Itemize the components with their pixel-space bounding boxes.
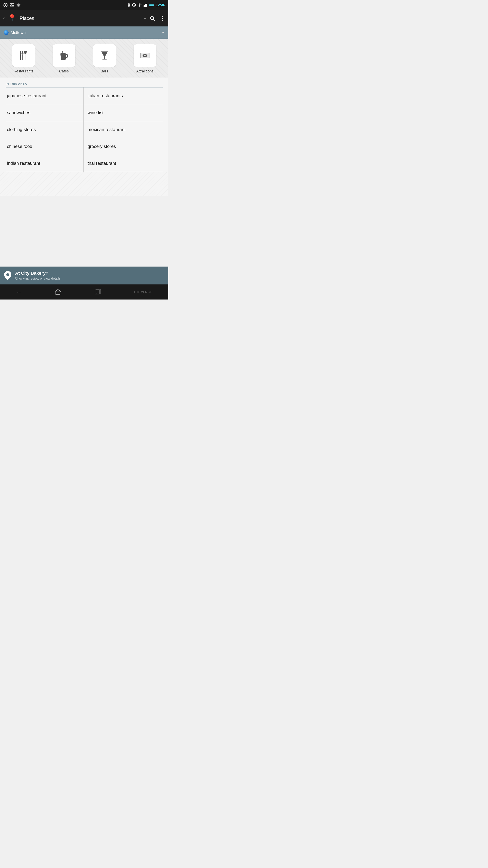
nav-bar: ← THE VERGE [0, 284, 168, 300]
svg-rect-15 [153, 4, 154, 6]
svg-point-20 [162, 16, 163, 17]
category-cafes[interactable]: Cafes [53, 44, 75, 73]
area-row-2: clothing stores mexican restaurant [6, 121, 163, 138]
cafes-label: Cafes [59, 69, 69, 73]
categories-grid: Restaurants Cafes [0, 39, 168, 78]
bar-icon [99, 50, 110, 61]
area-row-1: sandwiches wine list [6, 104, 163, 121]
nav-recents-icon[interactable] [94, 289, 101, 295]
wifi-icon [137, 3, 142, 7]
svg-point-1 [5, 4, 6, 6]
clock-icon [132, 3, 136, 7]
status-bar: 12:46 [0, 0, 168, 10]
mute-icon [127, 3, 131, 7]
status-left-icons [3, 3, 21, 7]
empty-area [0, 172, 168, 196]
category-bars[interactable]: Bars [93, 44, 116, 73]
svg-rect-11 [144, 5, 145, 7]
svg-rect-31 [62, 51, 63, 53]
svg-marker-17 [144, 17, 146, 19]
places-pin-icon: 📍 [7, 14, 17, 23]
layers-icon [16, 3, 21, 7]
bars-icon-box [93, 44, 116, 67]
svg-rect-44 [96, 289, 101, 294]
cafes-icon-box [53, 44, 75, 67]
card-location-icon [4, 271, 11, 280]
svg-line-19 [153, 19, 155, 21]
svg-rect-42 [57, 293, 59, 294]
category-attractions[interactable]: Attractions [134, 44, 156, 73]
svg-rect-10 [143, 5, 144, 7]
area-cell-japanese-restaurant[interactable]: japanese restaurant [6, 88, 84, 104]
restaurants-icon-box [12, 44, 35, 67]
nav-home-icon[interactable] [55, 289, 61, 295]
svg-rect-28 [22, 54, 23, 60]
battery-icon [149, 4, 154, 6]
attraction-icon [140, 50, 150, 61]
back-button[interactable]: ‹ [3, 16, 5, 21]
in-this-area-header: IN THIS AREA [6, 78, 163, 88]
in-this-area-section: IN THIS AREA japanese restaurant italian… [0, 78, 168, 172]
area-cell-italian-restaurants[interactable]: italian restaurants [84, 88, 163, 104]
svg-point-18 [151, 16, 154, 20]
svg-rect-30 [61, 53, 66, 54]
signal-icon [143, 3, 147, 7]
svg-point-21 [162, 18, 163, 19]
nav-back-button[interactable]: ← [17, 289, 22, 295]
svg-point-22 [162, 20, 163, 21]
svg-rect-27 [21, 54, 24, 54]
location-circle-icon [3, 3, 8, 7]
location-dot-icon [4, 30, 8, 35]
action-bar: ‹ 📍 Places [0, 10, 168, 26]
svg-rect-16 [149, 4, 153, 6]
svg-rect-26 [22, 51, 23, 54]
area-row-3: chinese food grocery stores [6, 138, 163, 155]
time-display: 12:46 [156, 3, 165, 7]
location-bar[interactable]: Midtown [0, 26, 168, 39]
card-text: At City Bakery? Check-in, review or view… [15, 271, 61, 280]
image-icon [10, 3, 14, 7]
svg-rect-25 [20, 55, 21, 60]
category-restaurants[interactable]: Restaurants [12, 44, 35, 73]
svg-marker-23 [162, 32, 164, 33]
status-right-icons: 12:46 [127, 3, 165, 7]
card-title: At City Bakery? [15, 271, 61, 276]
verge-watermark: THE VERGE [134, 290, 152, 293]
area-cell-wine-list[interactable]: wine list [84, 104, 163, 121]
attractions-icon-box [134, 44, 156, 67]
bottom-checkin-card[interactable]: At City Bakery? Check-in, review or view… [0, 267, 168, 284]
svg-rect-12 [145, 4, 146, 7]
area-cell-mexican-restaurant[interactable]: mexican restaurant [84, 121, 163, 138]
location-name: Midtown [10, 30, 159, 35]
area-cell-sandwiches[interactable]: sandwiches [6, 104, 84, 121]
area-cell-chinese-food[interactable]: chinese food [6, 138, 84, 155]
svg-rect-24 [20, 51, 21, 55]
area-cell-clothing-stores[interactable]: clothing stores [6, 121, 84, 138]
svg-rect-13 [146, 4, 147, 7]
more-options-icon[interactable] [159, 16, 165, 21]
dropdown-arrow-icon [143, 17, 147, 20]
svg-point-9 [139, 6, 140, 7]
search-icon[interactable] [150, 16, 155, 21]
svg-point-40 [6, 273, 9, 276]
area-cell-thai-restaurant[interactable]: thai restaurant [84, 155, 163, 172]
cafe-icon [59, 50, 69, 61]
area-items-grid: japanese restaurant italian restaurants … [6, 88, 163, 172]
svg-rect-2 [10, 3, 14, 7]
card-subtitle: Check-in, review or view details [15, 277, 61, 280]
svg-point-39 [144, 55, 145, 56]
action-bar-title: Places [20, 16, 140, 21]
attractions-label: Attractions [136, 69, 154, 73]
area-row-4: indian restaurant thai restaurant [6, 155, 163, 172]
restaurants-label: Restaurants [13, 69, 33, 73]
restaurant-icon [18, 50, 29, 61]
area-row-0: japanese restaurant italian restaurants [6, 88, 163, 104]
action-bar-icons [150, 16, 165, 21]
svg-rect-32 [64, 51, 64, 52]
area-cell-indian-restaurant[interactable]: indian restaurant [6, 155, 84, 172]
bars-label: Bars [101, 69, 108, 73]
svg-line-8 [134, 5, 135, 5]
svg-rect-43 [95, 290, 99, 294]
location-dropdown-icon [161, 31, 165, 34]
area-cell-grocery-stores[interactable]: grocery stores [84, 138, 163, 155]
